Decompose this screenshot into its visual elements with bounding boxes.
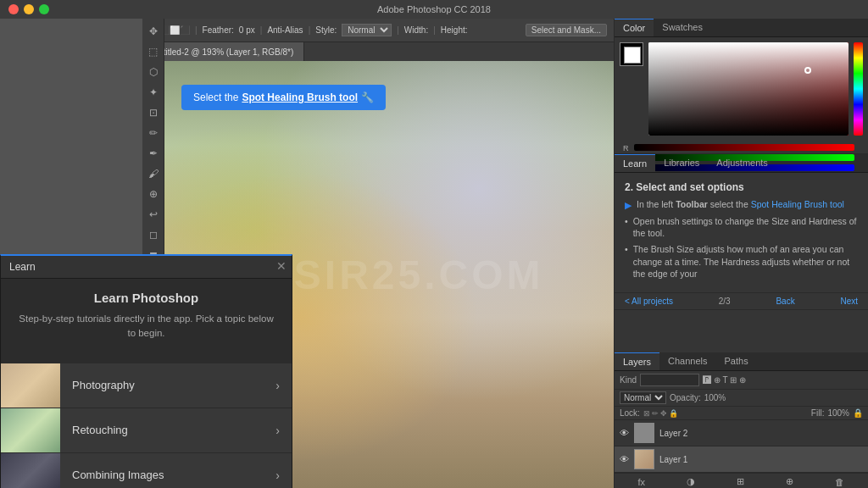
bullet-dot-2: •: [625, 243, 628, 256]
layer-row-1[interactable]: 👁 Layer 1: [615, 446, 868, 473]
learn-content: 2. Select and set options ▶ In the left …: [615, 173, 868, 292]
lasso-tool[interactable]: ⬡: [144, 63, 163, 81]
clone-stamp-tool[interactable]: ⊕: [144, 185, 163, 203]
lock-label: Lock:: [620, 408, 640, 418]
new-layer-icon[interactable]: ⊕: [786, 476, 793, 487]
step-number: 2.: [625, 181, 633, 193]
lock-all-icon[interactable]: 🔒: [669, 409, 678, 418]
tab-layers[interactable]: Layers: [615, 352, 659, 370]
layers-search-input[interactable]: [640, 374, 699, 386]
layers-toolbar: Kind 🅿 ⊕ T ⊞ ⊕: [615, 371, 868, 390]
photography-label: Photography: [60, 379, 275, 391]
minimize-button[interactable]: [24, 4, 34, 14]
photography-arrow: ›: [275, 379, 292, 392]
new-fill-icon[interactable]: ◑: [687, 476, 695, 487]
learn-overlay-heading: Learn Photoshop: [14, 291, 278, 305]
learn-bullet-1: ▶ In the left Toolbar select the Spot He…: [625, 198, 858, 212]
layer1-thumbnail: [634, 449, 654, 469]
bullet-dot: •: [625, 215, 628, 228]
learn-overlay: Learn ✕ Learn Photoshop Step-by-step tut…: [0, 254, 292, 488]
photoshop-container: ⬜⬛⬜⬛ | Feather: 0 px | Anti-Alias | Styl…: [0, 19, 868, 488]
brush-tool[interactable]: 🖌: [144, 164, 163, 183]
lock-position-icon[interactable]: ✥: [660, 409, 667, 418]
layer2-name: Layer 2: [659, 429, 687, 438]
learn-menu-item-combining[interactable]: Combining Images ›: [1, 453, 292, 489]
combining-arrow: ›: [275, 469, 292, 482]
tab-libraries[interactable]: Libraries: [655, 154, 708, 172]
tab-channels[interactable]: Channels: [659, 352, 715, 370]
learn-menu-item-photography[interactable]: Photography ›: [1, 363, 292, 408]
healing-brush-tool[interactable]: ✒: [144, 144, 163, 163]
color-panel: Color Swatches R: [615, 19, 868, 154]
tab-paths[interactable]: Paths: [716, 352, 757, 370]
tab-color[interactable]: Color: [615, 19, 654, 36]
lock-transparent-icon[interactable]: ⊠: [643, 409, 650, 418]
learn-bullet-3: • The Brush Size adjusts how much of an …: [625, 243, 858, 280]
tab-learn[interactable]: Learn: [615, 154, 655, 172]
tab-adjustments[interactable]: Adjustments: [708, 154, 776, 172]
learn-overlay-title: Learn: [9, 261, 36, 273]
opacity-value: 100%: [704, 393, 726, 402]
layer2-visibility[interactable]: 👁: [620, 428, 629, 438]
width-label: Width:: [404, 25, 428, 35]
arrow-icon: ▶: [625, 199, 632, 212]
tooltip-icon: 🔧: [361, 92, 374, 103]
layers-options: Normal Opacity: 100%: [615, 390, 868, 407]
layer-row-2[interactable]: 👁 Layer 2: [615, 420, 868, 446]
maximize-button[interactable]: [39, 4, 49, 14]
style-select[interactable]: Normal: [342, 24, 392, 36]
layers-bottom-bar: fx ◑ ⊞ ⊕ 🗑: [615, 473, 868, 488]
fill-label: Fill:: [811, 408, 825, 418]
tab-bar: Untitled-2 @ 193% (Layer 1, RGB/8*): [142, 42, 614, 61]
combining-thumbnail: [1, 453, 60, 489]
layers-tabs: Layers Channels Paths: [615, 352, 868, 371]
eyedropper-tool[interactable]: ✏: [144, 124, 163, 142]
marquee-tool[interactable]: ⬚: [144, 42, 163, 61]
move-tool[interactable]: ✥: [144, 22, 163, 41]
opacity-label: Opacity:: [670, 393, 701, 402]
close-button[interactable]: [8, 4, 19, 14]
next-button[interactable]: Next: [840, 297, 858, 306]
blend-mode-select[interactable]: Normal: [620, 391, 666, 404]
learn-overlay-close[interactable]: ✕: [276, 259, 287, 273]
layer1-name: Layer 1: [659, 455, 687, 464]
gradient-black-overlay: [648, 42, 849, 136]
select-mask-button[interactable]: Select and Mask...: [526, 24, 607, 36]
tooltip-highlight: Spot Healing Brush tool: [242, 92, 358, 103]
tab-swatches[interactable]: Swatches: [654, 19, 711, 36]
color-cursor: [804, 67, 811, 74]
healing-link[interactable]: Spot Healing Brush tool: [751, 199, 844, 209]
learn-panel: Learn Libraries Adjustments 2. Select an…: [615, 154, 868, 310]
tooltip-text-before: Select the: [193, 92, 238, 103]
back-button[interactable]: Back: [776, 297, 794, 306]
r-label: R: [623, 144, 629, 152]
lock-pixels-icon[interactable]: ✏: [652, 409, 659, 418]
eraser-tool[interactable]: ◻: [144, 225, 163, 244]
layer1-visibility[interactable]: 👁: [620, 454, 629, 464]
window-chrome: Adobe Photoshop CC 2018: [0, 0, 868, 19]
color-spectrum[interactable]: [854, 42, 863, 136]
lock-icons: ⊠ ✏ ✥ 🔒: [643, 409, 678, 418]
right-panel: Color Swatches R: [614, 19, 868, 488]
color-gradient[interactable]: [648, 42, 849, 136]
bullet-2-text: Open brush settings to change the Size a…: [633, 215, 858, 240]
all-projects-button[interactable]: < All projects: [625, 297, 673, 306]
delete-layer-icon[interactable]: 🗑: [835, 477, 844, 487]
retouching-label: Retouching: [60, 424, 275, 436]
retouching-thumbnail: [1, 408, 60, 452]
feather-value: 0 px: [239, 25, 255, 35]
history-brush-tool[interactable]: ↩: [144, 205, 163, 224]
photography-thumbnail: [1, 363, 60, 408]
fx-icon[interactable]: fx: [638, 477, 646, 487]
crop-tool[interactable]: ⊡: [144, 103, 163, 122]
group-icon[interactable]: ⊞: [737, 476, 744, 487]
options-bar: ⬜⬛⬜⬛ | Feather: 0 px | Anti-Alias | Styl…: [142, 19, 614, 42]
learn-menu-item-retouching[interactable]: Retouching ›: [1, 408, 292, 453]
active-tab[interactable]: Untitled-2 @ 193% (Layer 1, RGB/8*): [142, 42, 304, 61]
bullet-3-text: The Brush Size adjusts how much of an ar…: [633, 243, 858, 280]
magic-wand-tool[interactable]: ✦: [144, 83, 163, 102]
filter-icons: 🅿 ⊕ T ⊞ ⊕: [703, 375, 746, 385]
fill-value: 100%: [827, 408, 849, 418]
color-picker-area: [615, 37, 868, 141]
combining-label: Combining Images: [60, 469, 275, 481]
